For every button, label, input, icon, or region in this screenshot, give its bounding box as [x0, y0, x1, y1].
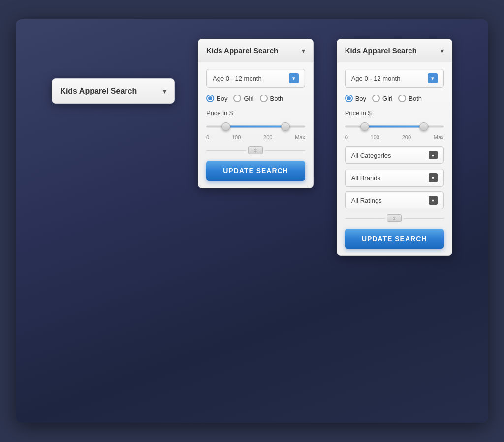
slider-mid2-label: 200 [263, 134, 272, 140]
slider-thumb-right-3[interactable] [419, 122, 428, 131]
slider-mid1-label: 100 [232, 134, 241, 140]
ratings-dropdown[interactable]: All Ratings ▾ [345, 191, 444, 209]
price-label: Price in $ [206, 109, 305, 117]
gender-radio-group: Boy Girl Both [206, 95, 305, 102]
radio-girl[interactable]: Girl [233, 95, 253, 102]
widget2-body: Age 0 - 12 month ▾ Boy Girl Both [198, 62, 313, 188]
widget1-title: Kids Apparel Search [60, 87, 163, 95]
slider-max-label: Max [295, 134, 305, 140]
slider-mid1-label-3: 100 [371, 134, 379, 140]
age-dropdown-3[interactable]: Age 0 - 12 month ▾ [345, 69, 444, 88]
divider-line-left-3 [345, 218, 385, 219]
divider-line-left [206, 150, 247, 151]
radio-both[interactable]: Both [260, 95, 284, 102]
categories-dropdown-arrow-icon: ▾ [429, 151, 438, 159]
divider-section: ⇕ [206, 146, 305, 154]
radio-both-label: Both [270, 95, 284, 102]
brands-dropdown[interactable]: All Brands ▾ [345, 169, 444, 187]
age-dropdown-3-label: Age 0 - 12 month [351, 75, 428, 82]
radio-both-3-label: Both [409, 95, 422, 102]
age-dropdown[interactable]: Age 0 - 12 month ▾ [206, 69, 305, 88]
slider-max-label-3: Max [434, 134, 444, 140]
price-label-3: Price in $ [345, 109, 444, 117]
radio-both-3-circle [398, 95, 406, 102]
divider-handle-3[interactable]: ⇕ [387, 214, 402, 222]
slider-labels-3: 0 100 200 Max [345, 134, 444, 140]
slider-thumb-left[interactable] [221, 122, 230, 131]
age-dropdown-label: Age 0 - 12 month [213, 75, 289, 82]
categories-dropdown[interactable]: All Categories ▾ [345, 146, 444, 164]
widget-collapsed[interactable]: Kids Apparel Search ▾ [52, 78, 175, 104]
radio-girl-3[interactable]: Girl [372, 95, 392, 102]
widget3-chevron-icon: ▾ [441, 47, 444, 55]
radio-boy-3-label: Boy [355, 95, 366, 102]
widget-medium: Kids Apparel Search ▾ Age 0 - 12 month ▾… [198, 39, 314, 188]
slider-labels: 0 100 200 Max [206, 134, 305, 140]
radio-girl-3-label: Girl [382, 95, 392, 102]
divider-section-3: ⇕ [345, 214, 444, 222]
slider-thumb-right[interactable] [281, 122, 290, 131]
radio-boy-3-circle [345, 95, 353, 102]
divider-handle[interactable]: ⇕ [248, 146, 263, 154]
widget3-body: Age 0 - 12 month ▾ Boy Girl Both [337, 62, 452, 255]
age-dropdown-arrow-icon: ▾ [289, 73, 299, 83]
age-dropdown-3-arrow-icon: ▾ [428, 73, 438, 83]
slider-min-label: 0 [206, 134, 209, 140]
update-search-button[interactable]: UPDATE SEARCH [206, 161, 305, 181]
radio-girl-label: Girl [244, 95, 253, 102]
slider-fill-3 [365, 126, 424, 128]
update-search-button-3[interactable]: UPDATE SEARCH [345, 229, 444, 249]
chevron-down-icon: ▾ [163, 87, 166, 95]
radio-boy-circle [206, 95, 214, 102]
divider-line-right [265, 150, 305, 151]
widget2-header[interactable]: Kids Apparel Search ▾ [198, 39, 313, 62]
radio-girl-3-circle [372, 95, 380, 102]
widget3-header[interactable]: Kids Apparel Search ▾ [337, 39, 452, 62]
radio-boy-label: Boy [217, 95, 227, 102]
divider-line-right-3 [404, 218, 444, 219]
slider-min-label-3: 0 [345, 134, 348, 140]
categories-dropdown-label: All Categories [351, 152, 429, 159]
radio-boy-3[interactable]: Boy [345, 95, 366, 102]
outer-container: Kids Apparel Search ▾ Kids Apparel Searc… [16, 19, 488, 423]
radio-girl-circle [233, 95, 241, 102]
radio-boy[interactable]: Boy [206, 95, 227, 102]
ratings-dropdown-label: All Ratings [351, 197, 429, 204]
widget2-title: Kids Apparel Search [206, 46, 302, 55]
widget3-title: Kids Apparel Search [345, 46, 441, 55]
radio-both-circle [260, 95, 268, 102]
ratings-dropdown-arrow-icon: ▾ [429, 196, 438, 205]
slider-mid2-label-3: 200 [402, 134, 411, 140]
slider-thumb-left-3[interactable] [360, 122, 369, 131]
brands-dropdown-arrow-icon: ▾ [429, 173, 438, 182]
brands-dropdown-label: All Brands [351, 174, 429, 182]
price-slider-3[interactable] [345, 122, 444, 131]
widget2-chevron-icon: ▾ [302, 47, 305, 55]
gender-radio-group-3: Boy Girl Both [345, 95, 444, 102]
slider-fill [226, 126, 285, 128]
price-slider[interactable] [206, 122, 305, 131]
widget-full: Kids Apparel Search ▾ Age 0 - 12 month ▾… [337, 39, 452, 256]
radio-both-3[interactable]: Both [398, 95, 422, 102]
